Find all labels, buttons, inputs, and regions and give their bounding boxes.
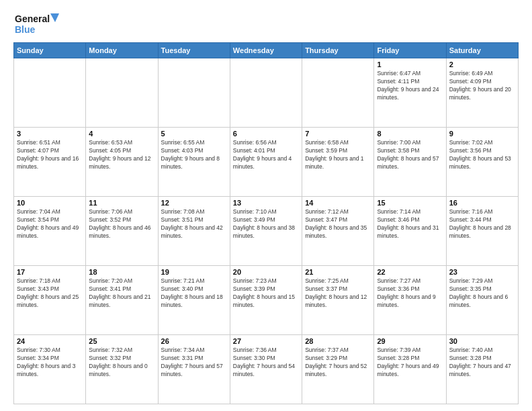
header-row: SundayMondayTuesdayWednesdayThursdayFrid… [14,43,519,58]
day-number: 28 [305,337,371,345]
day-cell: 9Sunrise: 7:02 AM Sunset: 3:56 PM Daylig… [446,128,518,197]
day-cell: 25Sunrise: 7:32 AM Sunset: 3:32 PM Dayli… [86,335,158,404]
week-row-2: 3Sunrise: 6:51 AM Sunset: 4:07 PM Daylig… [14,128,519,197]
day-cell: 1Sunrise: 6:47 AM Sunset: 4:11 PM Daylig… [374,58,446,128]
day-info: Sunrise: 7:12 AM Sunset: 3:47 PM Dayligh… [305,208,371,240]
day-cell: 23Sunrise: 7:29 AM Sunset: 3:35 PM Dayli… [446,266,518,335]
day-number: 19 [161,268,227,276]
day-cell: 11Sunrise: 7:06 AM Sunset: 3:52 PM Dayli… [86,197,158,266]
day-info: Sunrise: 7:20 AM Sunset: 3:41 PM Dayligh… [89,277,154,310]
day-number: 15 [377,199,443,207]
day-info: Sunrise: 6:51 AM Sunset: 4:07 PM Dayligh… [17,139,83,171]
day-info: Sunrise: 7:02 AM Sunset: 3:56 PM Dayligh… [449,139,515,171]
day-number: 3 [17,130,83,138]
day-cell: 6Sunrise: 6:56 AM Sunset: 4:01 PM Daylig… [230,128,302,197]
day-info: Sunrise: 7:16 AM Sunset: 3:44 PM Dayligh… [449,208,515,240]
header-cell-sunday: Sunday [14,43,86,58]
day-number: 26 [161,337,227,345]
day-cell: 19Sunrise: 7:21 AM Sunset: 3:40 PM Dayli… [158,266,230,335]
day-info: Sunrise: 7:39 AM Sunset: 3:28 PM Dayligh… [377,347,443,379]
day-info: Sunrise: 6:47 AM Sunset: 4:11 PM Dayligh… [377,70,443,102]
day-info: Sunrise: 6:55 AM Sunset: 4:03 PM Dayligh… [161,139,227,171]
day-cell: 12Sunrise: 7:08 AM Sunset: 3:51 PM Dayli… [158,197,230,266]
day-cell: 2Sunrise: 6:49 AM Sunset: 4:09 PM Daylig… [446,58,518,128]
day-info: Sunrise: 7:06 AM Sunset: 3:52 PM Dayligh… [89,208,154,240]
day-number: 29 [377,337,443,345]
day-number: 21 [305,268,371,276]
day-info: Sunrise: 7:10 AM Sunset: 3:49 PM Dayligh… [233,208,299,240]
week-row-5: 24Sunrise: 7:30 AM Sunset: 3:34 PM Dayli… [14,335,519,404]
day-info: Sunrise: 7:37 AM Sunset: 3:29 PM Dayligh… [305,347,371,379]
week-row-4: 17Sunrise: 7:18 AM Sunset: 3:43 PM Dayli… [14,266,519,335]
day-info: Sunrise: 6:49 AM Sunset: 4:09 PM Dayligh… [449,70,515,102]
day-number: 9 [449,130,515,138]
day-number: 30 [449,337,515,345]
header-cell-thursday: Thursday [302,43,374,58]
svg-marker-0 [50,13,59,22]
day-number: 20 [233,268,299,276]
day-number: 27 [233,337,299,345]
header-cell-friday: Friday [374,43,446,58]
day-number: 17 [17,268,83,276]
day-number: 12 [161,199,227,207]
day-number: 18 [89,268,154,276]
day-cell: 24Sunrise: 7:30 AM Sunset: 3:34 PM Dayli… [14,335,86,404]
day-cell [230,58,302,128]
header-cell-saturday: Saturday [446,43,518,58]
svg-text:Blue: Blue [15,24,36,35]
day-number: 16 [449,199,515,207]
day-cell [86,58,158,128]
calendar-table: SundayMondayTuesdayWednesdayThursdayFrid… [13,42,519,404]
logo: GeneralBlue [13,10,60,37]
day-info: Sunrise: 7:18 AM Sunset: 3:43 PM Dayligh… [17,277,83,310]
week-row-3: 10Sunrise: 7:04 AM Sunset: 3:54 PM Dayli… [14,197,519,266]
day-info: Sunrise: 7:27 AM Sunset: 3:36 PM Dayligh… [377,277,443,310]
day-info: Sunrise: 6:58 AM Sunset: 3:59 PM Dayligh… [305,139,371,171]
day-info: Sunrise: 7:36 AM Sunset: 3:30 PM Dayligh… [233,347,299,379]
day-number: 22 [377,268,443,276]
day-info: Sunrise: 7:14 AM Sunset: 3:46 PM Dayligh… [377,208,443,240]
day-number: 25 [89,337,154,345]
day-info: Sunrise: 7:25 AM Sunset: 3:37 PM Dayligh… [305,277,371,310]
day-info: Sunrise: 7:04 AM Sunset: 3:54 PM Dayligh… [17,208,83,240]
day-cell: 17Sunrise: 7:18 AM Sunset: 3:43 PM Dayli… [14,266,86,335]
day-cell: 3Sunrise: 6:51 AM Sunset: 4:07 PM Daylig… [14,128,86,197]
day-info: Sunrise: 7:08 AM Sunset: 3:51 PM Dayligh… [161,208,227,240]
day-cell: 20Sunrise: 7:23 AM Sunset: 3:39 PM Dayli… [230,266,302,335]
page: GeneralBlue SundayMondayTuesdayWednesday… [0,0,532,411]
day-info: Sunrise: 7:34 AM Sunset: 3:31 PM Dayligh… [161,347,227,379]
day-info: Sunrise: 7:00 AM Sunset: 3:58 PM Dayligh… [377,139,443,171]
day-cell [158,58,230,128]
day-cell: 30Sunrise: 7:40 AM Sunset: 3:28 PM Dayli… [446,335,518,404]
day-number: 8 [377,130,443,138]
day-cell: 26Sunrise: 7:34 AM Sunset: 3:31 PM Dayli… [158,335,230,404]
day-cell: 7Sunrise: 6:58 AM Sunset: 3:59 PM Daylig… [302,128,374,197]
day-info: Sunrise: 7:21 AM Sunset: 3:40 PM Dayligh… [161,277,227,310]
day-number: 6 [233,130,299,138]
day-number: 10 [17,199,83,207]
day-info: Sunrise: 7:30 AM Sunset: 3:34 PM Dayligh… [17,347,83,379]
header: GeneralBlue [13,10,519,37]
header-cell-monday: Monday [86,43,158,58]
day-number: 24 [17,337,83,345]
day-info: Sunrise: 6:53 AM Sunset: 4:05 PM Dayligh… [89,139,154,171]
logo-svg: GeneralBlue [13,10,60,37]
day-cell: 8Sunrise: 7:00 AM Sunset: 3:58 PM Daylig… [374,128,446,197]
day-number: 11 [89,199,154,207]
day-number: 2 [449,60,515,68]
day-info: Sunrise: 6:56 AM Sunset: 4:01 PM Dayligh… [233,139,299,171]
day-cell: 14Sunrise: 7:12 AM Sunset: 3:47 PM Dayli… [302,197,374,266]
day-cell: 16Sunrise: 7:16 AM Sunset: 3:44 PM Dayli… [446,197,518,266]
day-cell: 5Sunrise: 6:55 AM Sunset: 4:03 PM Daylig… [158,128,230,197]
day-number: 14 [305,199,371,207]
day-cell: 21Sunrise: 7:25 AM Sunset: 3:37 PM Dayli… [302,266,374,335]
day-number: 1 [377,60,443,68]
day-number: 7 [305,130,371,138]
day-info: Sunrise: 7:29 AM Sunset: 3:35 PM Dayligh… [449,277,515,310]
day-info: Sunrise: 7:23 AM Sunset: 3:39 PM Dayligh… [233,277,299,310]
day-number: 13 [233,199,299,207]
day-cell: 27Sunrise: 7:36 AM Sunset: 3:30 PM Dayli… [230,335,302,404]
week-row-1: 1Sunrise: 6:47 AM Sunset: 4:11 PM Daylig… [14,58,519,128]
header-cell-wednesday: Wednesday [230,43,302,58]
day-number: 4 [89,130,154,138]
